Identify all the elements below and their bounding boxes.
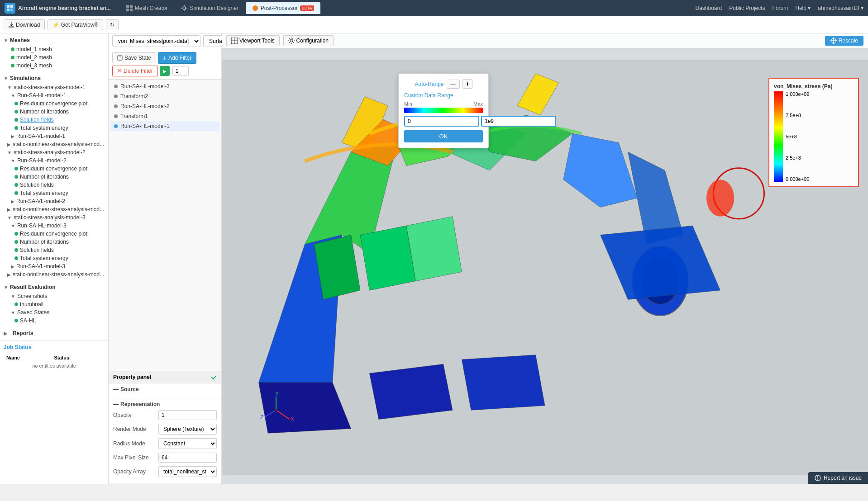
- tab-postprocessor[interactable]: Post-Processor BETA: [246, 2, 320, 14]
- sidebar-item-saved-states[interactable]: ▼Saved States: [0, 308, 108, 317]
- svg-point-9: [253, 5, 258, 11]
- sidebar-item-iterations2[interactable]: Number of iterations: [0, 173, 108, 181]
- main-layout: ▼ Meshes model_1 mesh model_2 mesh model…: [0, 33, 868, 484]
- svg-point-8: [183, 7, 186, 9]
- sidebar-item-static-nonlinear1[interactable]: ▶static-nonlinear-stress-analysis-mod...: [0, 140, 108, 148]
- filter-item-transform2[interactable]: Transform2: [110, 91, 219, 101]
- svg-rect-3: [10, 9, 13, 11]
- sidebar-item-iterations1[interactable]: Number of iterations: [0, 108, 108, 116]
- sidebar-item-run-sa-vl-2[interactable]: ▶Run-SA-VL-model-2: [0, 197, 108, 205]
- report-issue-button[interactable]: ! Report an issue: [808, 472, 868, 484]
- color-label-min: 0.000e+00: [786, 176, 809, 182]
- filter-item-run-sa-hl-model-2[interactable]: Run-SA-HL-model-2: [110, 101, 219, 111]
- popup-dash-button[interactable]: —: [447, 80, 460, 89]
- status-dot: [14, 110, 18, 113]
- opacity-array-select[interactable]: total_nonlinear_strain von_Mises_stress: [158, 466, 217, 477]
- configuration-label: Configuration: [296, 38, 329, 44]
- sidebar-item-sa-hl[interactable]: SA-HL: [0, 317, 108, 325]
- sidebar-item-model1-mesh[interactable]: model_1 mesh: [0, 45, 108, 53]
- filter-item-transform1[interactable]: Transform1: [110, 111, 219, 121]
- filter-item-run-sa-hl-model-3[interactable]: Run-SA-HL-model-3: [110, 81, 219, 91]
- tab-simulation[interactable]: Simulation Designer: [175, 2, 244, 14]
- sidebar-item-static2[interactable]: ▼static-stress-analysis-model-2: [0, 148, 108, 156]
- rescale-button[interactable]: Rescale: [825, 36, 863, 46]
- viewport-3d[interactable]: X Y Z von_Mises_stress (Pa) 1.000e+09 7.…: [222, 51, 868, 484]
- radius-mode-select[interactable]: Constant Variable: [158, 438, 217, 449]
- sidebar-item-model2-mesh[interactable]: model_2 mesh: [0, 53, 108, 61]
- render-mode-select[interactable]: Sphere (Texture) Points Spheres: [158, 424, 217, 435]
- download-button[interactable]: Download: [4, 19, 45, 30]
- color-label-25: 2.5e+8: [786, 155, 809, 161]
- sidebar-item-iterations3[interactable]: Number of iterations: [0, 238, 108, 246]
- sidebar-item-run-sa-hl-2[interactable]: ▼Run-SA-HL-model-2: [0, 156, 108, 165]
- sidebar-item-thumbnail[interactable]: thumbnail: [0, 300, 108, 308]
- svg-point-27: [275, 409, 277, 411]
- max-value-input[interactable]: [481, 116, 556, 127]
- paraview-button[interactable]: ⚡ Get ParaView®: [48, 19, 103, 30]
- sidebar-item-energy2[interactable]: Total system energy: [0, 189, 108, 197]
- col-name: Name: [5, 354, 52, 361]
- sidebar-item-run-sa-vl-3[interactable]: ▶Run-SA-VL-model-3: [0, 262, 108, 270]
- status-dot: [14, 126, 18, 130]
- sidebar-item-static-nonlinear2[interactable]: ▶static-nonlinear-stress-analysis-mod...: [0, 205, 108, 213]
- status-dot: [14, 183, 18, 187]
- nav-dashboard[interactable]: Dashboard: [695, 5, 722, 11]
- sidebar-item-screenshots[interactable]: ▼Screenshots: [0, 292, 108, 300]
- sidebar-item-energy1[interactable]: Total system energy: [0, 124, 108, 132]
- sidebar-item-solution2[interactable]: Solution fields: [0, 181, 108, 189]
- color-label-75: 7.5e+8: [786, 113, 809, 118]
- save-state-button[interactable]: Save State: [112, 52, 156, 63]
- sidebar-item-residuum2[interactable]: Residuum convergence plot: [0, 165, 108, 173]
- svg-rect-4: [126, 5, 129, 8]
- svg-line-21: [276, 410, 290, 419]
- sidebar-item-run-sa-hl-1[interactable]: ▼Run-SA-HL-model-1: [0, 91, 108, 99]
- rescale-label: Rescale: [839, 38, 858, 44]
- ok-button[interactable]: OK: [404, 130, 483, 142]
- max-pixel-input[interactable]: [158, 453, 217, 463]
- variable-dropdown[interactable]: von_Mises_stress[point-data]: [112, 35, 200, 47]
- sidebar-item-static3[interactable]: ▼static-stress-analysis-model-3: [0, 213, 108, 222]
- simulations-section: ▼ Simulations ▼static-stress-analysis-mo…: [0, 71, 108, 280]
- sidebar-item-model3-mesh[interactable]: model_3 mesh: [0, 61, 108, 70]
- add-filter-button[interactable]: + Add Filter: [158, 52, 197, 64]
- filter-item-run-sa-hl-model-1[interactable]: Run-SA-HL-model-1: [110, 121, 219, 131]
- viewport-tools-button[interactable]: Viewport Tools: [226, 35, 280, 46]
- app-title: Aircraft engine bearing bracket an...: [18, 5, 111, 11]
- opacity-label: Opacity: [113, 412, 158, 418]
- logo[interactable]: Aircraft engine bearing bracket an...: [5, 3, 111, 14]
- sidebar-item-residuum1[interactable]: Residuum convergence plot: [0, 99, 108, 108]
- settings-icon: [181, 5, 187, 11]
- nav-projects[interactable]: Public Projects: [729, 5, 765, 11]
- render-mode-value: Sphere (Texture) Points Spheres: [158, 424, 217, 435]
- svg-rect-5: [130, 5, 133, 8]
- min-value-input[interactable]: [404, 116, 479, 127]
- popup-info-button[interactable]: ℹ: [463, 79, 472, 89]
- meshes-title: ▼ Meshes: [0, 35, 108, 45]
- filter-dot: [114, 95, 118, 98]
- nav-user[interactable]: ahmedhussain18 ▾: [818, 5, 863, 11]
- opacity-input[interactable]: [158, 410, 217, 420]
- save-icon: [117, 55, 123, 61]
- sidebar-item-static1[interactable]: ▼static-stress-analysis-model-1: [0, 83, 108, 91]
- paraview-label: ⚡ Get ParaView®: [52, 22, 98, 28]
- sidebar-item-static-nonlinear3[interactable]: ▶static-nonlinear-stress-analysis-mod...: [0, 270, 108, 279]
- nav-help[interactable]: Help ▾: [795, 5, 811, 11]
- sidebar-item-run-sa-vl-1[interactable]: ▶Run-SA-VL-model-1: [0, 132, 108, 140]
- sidebar-item-residuum3[interactable]: Residuum convergence plot: [0, 230, 108, 238]
- sidebar-item-energy3[interactable]: Total system energy: [0, 254, 108, 262]
- refresh-button[interactable]: ↻: [106, 19, 119, 30]
- delete-filter-button[interactable]: ✕ Delete Filter: [112, 66, 158, 76]
- sidebar-item-run-sa-hl-3[interactable]: ▼Run-SA-HL-model-3: [0, 222, 108, 230]
- svg-point-20: [706, 180, 734, 217]
- range-label-row: Min Max: [404, 101, 483, 107]
- play-value-input[interactable]: [172, 66, 189, 76]
- range-gradient: [404, 108, 483, 113]
- play-button[interactable]: ▶: [160, 66, 170, 76]
- configuration-button[interactable]: Configuration: [283, 35, 334, 46]
- sidebar-item-solution3[interactable]: Solution fields: [0, 246, 108, 254]
- nav-forum[interactable]: Forum: [773, 5, 788, 11]
- tab-mesh[interactable]: Mesh Creator: [120, 2, 174, 14]
- left-sidebar: ▼ Meshes model_1 mesh model_2 mesh model…: [0, 33, 109, 484]
- simulations-title: ▼ Simulations: [0, 73, 108, 83]
- sidebar-item-solution1[interactable]: Solution fields: [0, 116, 108, 124]
